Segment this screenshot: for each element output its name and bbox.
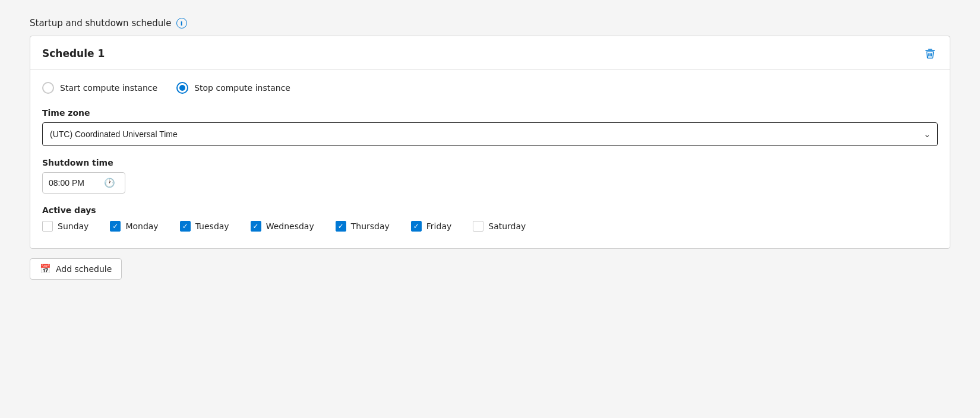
schedule-card: Schedule 1 Start compute instance [30, 36, 950, 249]
day-friday-label: Friday [426, 221, 451, 231]
add-schedule-label: Add schedule [56, 264, 112, 274]
day-tuesday[interactable]: Tuesday [180, 221, 229, 232]
day-thursday[interactable]: Thursday [336, 221, 390, 232]
schedule-card-body: Start compute instance Stop compute inst… [30, 70, 950, 248]
schedule-card-header: Schedule 1 [30, 36, 950, 70]
calendar-icon: 📅 [40, 264, 51, 274]
radio-start-label: Start compute instance [60, 83, 157, 93]
checkbox-saturday [473, 221, 483, 232]
svg-rect-1 [925, 50, 935, 51]
day-wednesday[interactable]: Wednesday [251, 221, 314, 232]
svg-rect-0 [928, 49, 932, 50]
day-tuesday-label: Tuesday [195, 221, 229, 231]
timezone-select[interactable]: (UTC) Coordinated Universal Time(UTC-05:… [42, 122, 938, 146]
add-schedule-button[interactable]: 📅 Add schedule [30, 258, 122, 280]
time-input-wrapper: 🕐 [42, 172, 125, 194]
checkbox-wednesday [251, 221, 261, 232]
page-container: Startup and shutdown schedule i Schedule… [30, 18, 950, 280]
day-saturday[interactable]: Saturday [473, 221, 526, 232]
radio-stop[interactable]: Stop compute instance [176, 82, 290, 94]
day-saturday-label: Saturday [488, 221, 526, 231]
day-sunday[interactable]: Sunday [42, 221, 88, 232]
radio-stop-label: Stop compute instance [194, 83, 290, 93]
day-wednesday-label: Wednesday [266, 221, 314, 231]
day-monday[interactable]: Monday [110, 221, 158, 232]
delete-schedule-button[interactable] [922, 46, 938, 61]
radio-start[interactable]: Start compute instance [42, 82, 157, 94]
section-title: Startup and shutdown schedule [30, 18, 172, 28]
day-monday-label: Monday [125, 221, 158, 231]
trash-icon [925, 48, 935, 59]
timezone-select-wrapper: (UTC) Coordinated Universal Time(UTC-05:… [42, 122, 938, 146]
checkbox-tuesday [180, 221, 191, 232]
radio-stop-circle [176, 82, 188, 94]
checkbox-thursday [336, 221, 346, 232]
day-thursday-label: Thursday [351, 221, 390, 231]
section-header: Startup and shutdown schedule i [30, 18, 950, 28]
day-sunday-label: Sunday [58, 221, 88, 231]
active-days-label: Active days [42, 205, 938, 215]
active-days-section: Active days Sunday Monday [42, 205, 938, 232]
radio-group: Start compute instance Stop compute inst… [42, 82, 938, 94]
checkbox-sunday [42, 221, 53, 232]
timezone-label: Time zone [42, 108, 938, 118]
clock-icon: 🕐 [104, 178, 115, 188]
schedule-title: Schedule 1 [42, 48, 105, 59]
timezone-field-group: Time zone (UTC) Coordinated Universal Ti… [42, 108, 938, 146]
checkbox-monday [110, 221, 121, 232]
day-friday[interactable]: Friday [411, 221, 451, 232]
radio-start-circle [42, 82, 54, 94]
info-icon[interactable]: i [176, 18, 187, 28]
shutdown-time-field-group: Shutdown time 🕐 [42, 158, 938, 194]
days-row: Sunday Monday Tuesday W [42, 221, 938, 232]
checkbox-friday [411, 221, 422, 232]
shutdown-time-input[interactable] [49, 178, 99, 188]
shutdown-time-label: Shutdown time [42, 158, 938, 167]
